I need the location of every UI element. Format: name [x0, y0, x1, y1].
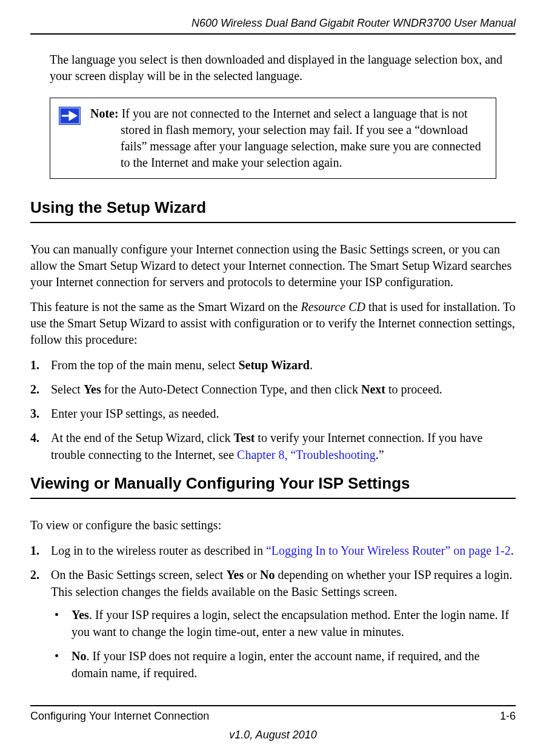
isp-settings-steps: Log in to the wireless router as describ… — [30, 542, 516, 681]
list-item: From the top of the main menu, select Se… — [30, 356, 516, 373]
list-item: Log in to the wireless router as describ… — [30, 542, 516, 559]
section1-para2: This feature is not the same as the Smar… — [30, 299, 516, 348]
test-term: Test — [234, 431, 255, 444]
note-text: Note: If you are not connected to the In… — [121, 105, 487, 171]
setup-wizard-steps: From the top of the main menu, select Se… — [30, 356, 516, 463]
note-body: If you are not connected to the Internet… — [119, 107, 481, 169]
note-label: Note: — [90, 107, 119, 120]
yes-term: Yes — [84, 383, 101, 396]
no-term: No — [260, 568, 275, 581]
next-term: Next — [361, 383, 385, 396]
no-option: No — [72, 649, 86, 663]
note-arrow-icon — [59, 107, 81, 127]
list-item: Enter your ISP settings, as needed. — [30, 405, 516, 422]
yes-option: Yes — [72, 608, 89, 621]
page-footer: Configuring Your Internet Connection 1-6… — [30, 705, 516, 741]
footer-section-title: Configuring Your Internet Connection — [30, 710, 209, 723]
login-options-list: Yes. If your ISP requires a login, selec… — [51, 606, 516, 681]
list-item: On the Basic Settings screen, select Yes… — [30, 566, 516, 681]
section2-intro: To view or configure the basic settings: — [30, 517, 516, 534]
setup-wizard-term: Setup Wizard — [238, 358, 310, 372]
manual-title: N600 Wireless Dual Band Gigabit Router W… — [191, 17, 516, 29]
note-box: Note: If you are not connected to the In… — [50, 98, 496, 179]
section-heading-setup-wizard: Using the Setup Wizard — [30, 198, 516, 223]
resource-cd-emphasis: Resource CD — [301, 300, 365, 313]
yes-term: Yes — [226, 568, 244, 581]
list-item: At the end of the Setup Wizard, click Te… — [30, 429, 516, 463]
section1-para1: You can manually configure your Internet… — [30, 241, 516, 290]
section-heading-isp-settings: Viewing or Manually Configuring Your ISP… — [30, 474, 516, 499]
logging-in-link[interactable]: “Logging In to Your Wireless Router” on … — [266, 544, 511, 557]
list-item: Select Yes for the Auto-Detect Connectio… — [30, 381, 516, 398]
page-number: 1-6 — [500, 710, 516, 723]
list-item: No. If your ISP does not require a login… — [51, 647, 516, 681]
footer-version: v1.0, August 2010 — [30, 729, 516, 741]
troubleshooting-link[interactable]: Chapter 8, “Troubleshooting — [237, 448, 376, 461]
list-item: Yes. If your ISP requires a login, selec… — [51, 606, 516, 640]
page-header: N600 Wireless Dual Band Gigabit Router W… — [30, 17, 516, 35]
intro-paragraph: The language you select is then download… — [50, 52, 516, 84]
